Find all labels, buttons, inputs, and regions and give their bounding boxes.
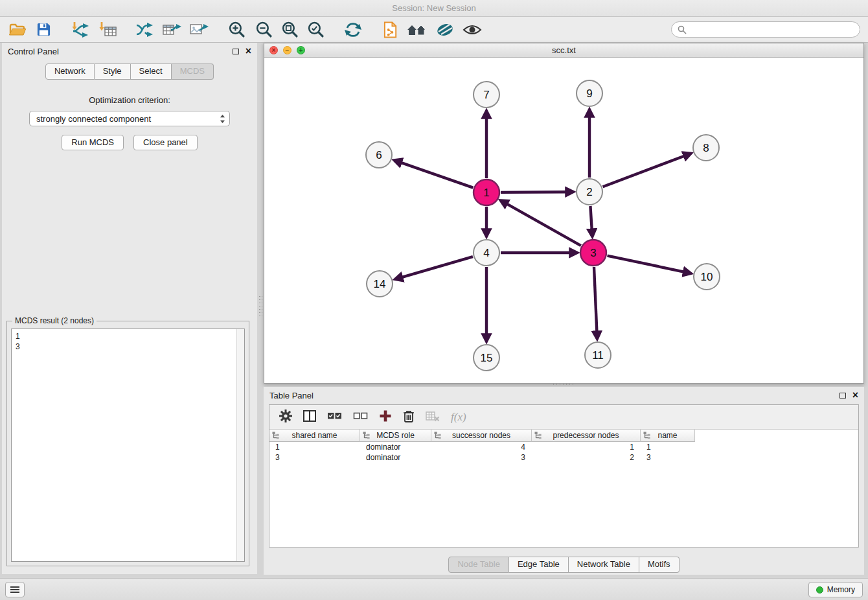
tab-motifs[interactable]: Motifs: [639, 557, 680, 573]
graph-edge-4-14[interactable]: [402, 257, 473, 277]
column-header-predecessor-nodes[interactable]: predecessor nodes: [532, 430, 641, 442]
column-header-successor-nodes[interactable]: successor nodes: [431, 430, 532, 442]
new-network-button[interactable]: [133, 19, 155, 40]
graph-edge-3-11[interactable]: [594, 267, 597, 332]
graph-node-2[interactable]: 2: [577, 179, 602, 205]
vertical-splitter-grip[interactable]: [258, 295, 262, 318]
svg-text:3: 3: [590, 247, 596, 259]
export-table-button[interactable]: [161, 19, 183, 40]
optimization-criterion-label: Optimization criterion:: [2, 95, 257, 105]
table-cell: 3: [431, 452, 532, 463]
graph-edge-2-3[interactable]: [590, 206, 591, 229]
table-row[interactable]: 3dominator323: [269, 452, 858, 463]
graph-edge-2-8[interactable]: [603, 156, 685, 187]
svg-text:6: 6: [376, 149, 382, 161]
plus-icon: [379, 410, 392, 422]
close-table-panel-icon[interactable]: ×: [852, 391, 858, 399]
graph-node-1[interactable]: 1: [474, 179, 499, 205]
tab-select[interactable]: Select: [131, 63, 172, 80]
delete-row-button[interactable]: [403, 410, 415, 424]
memory-button[interactable]: Memory: [808, 582, 863, 597]
graph-node-11[interactable]: 11: [585, 342, 611, 368]
memory-status-dot: [816, 586, 823, 594]
float-panel-icon[interactable]: [233, 49, 239, 54]
tab-edge-table[interactable]: Edge Table: [509, 557, 569, 573]
tab-node-table[interactable]: Node Table: [448, 557, 509, 573]
network-arrows-icon: [135, 21, 154, 38]
save-session-button[interactable]: [32, 19, 54, 40]
destroy-table-button[interactable]: [426, 410, 440, 424]
first-neighbors-button[interactable]: [405, 19, 428, 40]
close-panel-icon[interactable]: ×: [246, 47, 251, 55]
deselect-all-button[interactable]: [353, 411, 368, 423]
import-network-button[interactable]: [69, 19, 91, 40]
import-table-icon: [99, 21, 117, 39]
table-cell: 3: [269, 452, 360, 463]
svg-text:9: 9: [586, 87, 592, 100]
column-type-icon: [643, 432, 650, 441]
minimize-window-button[interactable]: −: [283, 46, 291, 54]
table-panel: Table Panel ×: [264, 387, 864, 575]
graph-edge-1-2[interactable]: [501, 192, 566, 192]
graph-edge-1-6[interactable]: [401, 163, 473, 188]
zoom-fit-button[interactable]: [279, 19, 301, 40]
add-row-button[interactable]: [379, 410, 392, 424]
zoom-selected-button[interactable]: [304, 19, 326, 40]
export-image-button[interactable]: [188, 19, 210, 40]
tab-style[interactable]: Style: [95, 63, 131, 80]
open-session-button[interactable]: [6, 19, 29, 40]
tab-mcds[interactable]: MCDS: [172, 63, 214, 80]
network-window-title: scc.txt: [552, 45, 576, 55]
result-scrollbar[interactable]: [236, 329, 244, 561]
graph-node-14[interactable]: 14: [367, 271, 393, 297]
result-line: 1: [16, 331, 240, 341]
function-builder-button[interactable]: f(x): [451, 411, 466, 424]
graph-node-15[interactable]: 15: [474, 345, 499, 371]
search-box[interactable]: [671, 21, 860, 38]
eye-icon: [463, 23, 482, 36]
zoom-in-button[interactable]: [225, 19, 247, 40]
network-window-titlebar[interactable]: × − + scc.txt: [264, 43, 863, 58]
horizontal-splitter-grip[interactable]: [552, 383, 575, 386]
float-table-panel-icon[interactable]: [839, 393, 846, 398]
search-input[interactable]: [690, 25, 854, 34]
clipboard-network-button[interactable]: [380, 19, 402, 40]
graph-node-7[interactable]: 7: [474, 82, 499, 108]
optimization-criterion-select[interactable]: strongly connected component: [29, 111, 230, 126]
close-panel-button[interactable]: Close panel: [133, 135, 198, 150]
network-canvas[interactable]: 7968124310141511: [264, 58, 863, 383]
show-column-button[interactable]: [303, 410, 316, 424]
graphics-details-button[interactable]: [434, 19, 456, 40]
show-hide-button[interactable]: [461, 19, 483, 40]
zoom-out-button[interactable]: [253, 19, 275, 40]
graph-node-8[interactable]: 8: [693, 135, 719, 161]
table-header-row: shared nameMCDS rolesuccessor nodesprede…: [269, 430, 858, 442]
select-all-button[interactable]: [327, 411, 342, 423]
table-row[interactable]: 1dominator411: [269, 442, 858, 452]
refresh-network-button[interactable]: [342, 19, 364, 40]
table-settings-button[interactable]: [279, 410, 292, 424]
tab-network[interactable]: Network: [45, 63, 95, 80]
column-header-shared-name[interactable]: shared name: [269, 430, 360, 442]
table-cell: 4: [431, 442, 532, 452]
graph-node-9[interactable]: 9: [577, 80, 602, 106]
graph-node-4[interactable]: 4: [474, 240, 499, 266]
maximize-window-button[interactable]: +: [297, 46, 305, 54]
graph-node-6[interactable]: 6: [366, 142, 392, 168]
refresh-icon: [345, 21, 361, 38]
graph-node-10[interactable]: 10: [694, 264, 720, 290]
zoom-out-icon: [255, 21, 273, 38]
graph-edge-3-10[interactable]: [608, 256, 684, 272]
mcds-result-list[interactable]: 1 3: [11, 329, 245, 562]
task-history-button[interactable]: [5, 582, 25, 597]
tab-network-table[interactable]: Network Table: [569, 557, 639, 573]
run-mcds-button[interactable]: Run MCDS: [62, 135, 124, 150]
graph-node-3[interactable]: 3: [580, 240, 606, 266]
window-titlebar[interactable]: Session: New Session: [0, 0, 868, 17]
mcds-result-box: MCDS result (2 nodes) 1 3: [6, 321, 249, 566]
column-header-name[interactable]: name: [641, 430, 695, 442]
import-table-button[interactable]: [97, 19, 119, 40]
close-window-button[interactable]: ×: [269, 46, 278, 54]
graph-edge-3-1[interactable]: [507, 204, 580, 246]
column-header-MCDS-role[interactable]: MCDS role: [360, 430, 431, 442]
